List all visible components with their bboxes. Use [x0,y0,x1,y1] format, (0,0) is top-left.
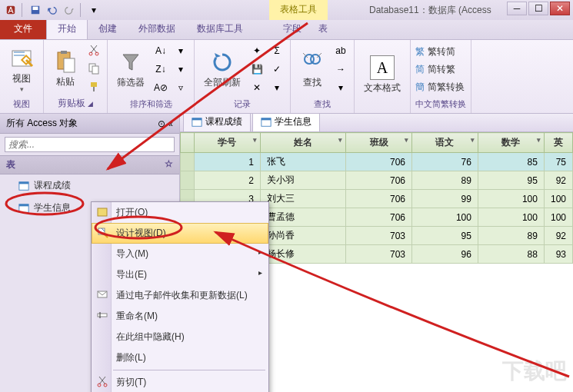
format-painter-icon[interactable] [85,78,102,95]
cm-rename[interactable]: 重命名(M) [92,306,268,327]
cm-import[interactable]: 导入(M)▸ [92,244,268,264]
delete-record-icon[interactable]: ✕ [248,79,265,96]
cm-export[interactable]: 导出(E)▸ [92,264,268,285]
nav-search-input[interactable] [5,137,175,152]
cell[interactable]: 85 [478,153,544,171]
cell[interactable]: 75 [544,153,572,171]
sort-desc-icon[interactable]: Z↓ [152,61,169,78]
nav-item-label: 课程成绩 [34,179,71,192]
column-header[interactable]: 班级▾ [346,133,412,153]
save-icon[interactable] [28,2,43,18]
cell[interactable]: 93 [544,245,572,264]
cell[interactable]: 曹孟德 [260,208,345,227]
goto-icon[interactable]: → [332,61,349,78]
advanced-filter-icon[interactable]: ▾ [172,61,189,78]
cell[interactable] [181,153,195,171]
cell[interactable]: 703 [346,227,412,245]
column-header[interactable]: 姓名▾ [260,133,345,153]
table-row[interactable]: 2关小羽706899592 [181,171,573,190]
simp-trad-convert-button[interactable]: 簡简繁转换 [415,80,465,95]
cell[interactable]: 92 [544,227,572,245]
cell[interactable]: 100 [544,190,572,208]
cell[interactable]: 89 [412,171,478,190]
toggle-filter-icon[interactable]: ▿ [172,79,189,96]
cell[interactable]: 100 [412,208,478,227]
cell[interactable] [181,171,195,190]
text-format-button[interactable]: A 文本格式 [359,54,405,96]
table-row[interactable]: 1张飞706768575 [181,153,573,171]
tab-db-tools[interactable]: 数据库工具 [186,18,254,39]
spelling-icon[interactable]: ✓ [268,61,285,78]
cell[interactable]: 孙尚香 [260,227,345,245]
save-record-icon[interactable]: 💾 [248,61,265,78]
cell[interactable]: 2 [195,171,261,190]
cm-cut[interactable]: 剪切(T) [92,372,268,392]
nav-header[interactable]: 所有 Access 对象 ⊙ « [0,114,179,134]
tab-start[interactable]: 开始 [46,18,88,39]
cell[interactable]: 95 [412,227,478,245]
nav-group-tables[interactable]: 表☆ [0,155,179,174]
cell[interactable]: 706 [346,190,412,208]
cut-icon[interactable] [85,42,102,58]
tab-table[interactable]: 表 [308,18,338,39]
cell[interactable]: 95 [478,171,544,190]
paste-button[interactable]: 粘贴 [48,48,82,90]
close-button[interactable]: ✕ [550,2,570,15]
column-header[interactable]: 英 [544,133,572,153]
cell[interactable]: 100 [478,208,544,227]
redo-icon[interactable] [62,2,77,18]
minimize-button[interactable]: ─ [507,2,527,15]
nav-item-course-grades[interactable]: 课程成绩 [0,174,179,197]
new-record-icon[interactable]: ✦ [248,42,265,59]
cell[interactable]: 杨长修 [260,245,345,264]
more-icon[interactable]: ▾ [268,79,285,96]
tab-field[interactable]: 字段 [272,18,312,39]
undo-icon[interactable] [45,2,60,18]
tab-external-data[interactable]: 外部数据 [128,18,186,39]
filter-button[interactable]: 筛选器 [112,48,149,91]
cm-open[interactable]: 打开(O) [92,202,268,223]
selection-filter-icon[interactable]: ▾ [172,42,189,59]
cm-design-view[interactable]: 设计视图(D) [92,223,268,244]
cell[interactable]: 关小羽 [260,171,345,190]
cell[interactable]: 706 [346,208,412,227]
tab-create[interactable]: 创建 [88,18,128,39]
cell[interactable]: 张飞 [260,153,345,171]
qat-customize-icon[interactable]: ▾ [86,2,102,18]
tab-file[interactable]: 文件 [0,18,46,39]
cell[interactable]: 703 [346,245,412,264]
column-header[interactable]: 数学▾ [478,133,544,153]
clear-sort-icon[interactable]: A⊘ [152,79,169,96]
cell[interactable]: 706 [346,153,412,171]
cm-email-collect[interactable]: 通过电子邮件收集和更新数据(L) [92,285,268,306]
cell[interactable]: 100 [478,190,544,208]
simp-to-trad-button[interactable]: 繁繁转简 [415,45,465,59]
replace-icon[interactable]: ab [332,42,349,59]
cell[interactable]: 88 [478,245,544,264]
chevron-down-icon[interactable]: ⊙ « [158,118,173,129]
copy-icon[interactable] [85,60,102,77]
cell[interactable]: 76 [412,153,478,171]
maximize-button[interactable]: ☐ [528,2,548,15]
cell[interactable]: 99 [412,190,478,208]
cell[interactable]: 刘大三 [260,190,345,208]
view-button[interactable]: 视图 ▾ [5,45,38,95]
select-icon[interactable]: ▾ [332,79,349,96]
object-tab-student-info[interactable]: 学生信息 [252,114,320,131]
cm-delete[interactable]: 删除(L) [92,347,268,368]
cell[interactable]: 100 [544,208,572,227]
cell[interactable]: 96 [412,245,478,264]
cm-hide[interactable]: 在此组中隐藏(H) [92,327,268,347]
trad-to-simp-button[interactable]: 简简转繁 [415,62,465,77]
sort-asc-icon[interactable]: A↓ [152,42,169,59]
column-header[interactable]: 学号▾ [195,133,261,153]
refresh-all-button[interactable]: 全部刷新 [199,48,245,91]
cell[interactable]: 1 [195,153,261,171]
find-button[interactable]: 查找 [295,48,329,91]
cell[interactable]: 89 [478,227,544,245]
totals-icon[interactable]: Σ [268,42,285,59]
object-tab-course-grades[interactable]: 课程成绩 [183,114,251,131]
cell[interactable]: 706 [346,171,412,190]
column-header[interactable]: 语文▾ [412,133,478,153]
cell[interactable]: 92 [544,171,572,190]
